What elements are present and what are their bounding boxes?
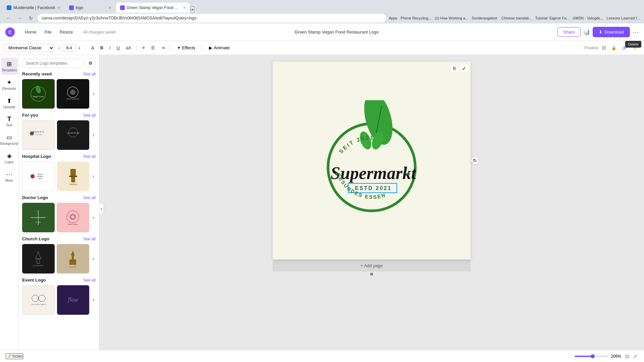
church-logo-see-all[interactable]: See all xyxy=(83,237,96,241)
logo-svg: SEIT 2021 Supermarkt ESTD 2021 xyxy=(311,100,432,221)
template-martin-kranken[interactable]: Martin Kranken- haus xyxy=(22,162,55,191)
new-tab-button[interactable]: + xyxy=(191,6,195,13)
panel-collapse-button[interactable]: ‹ xyxy=(99,203,103,214)
back-button[interactable]: ← xyxy=(4,15,13,21)
list-button[interactable]: ☰ xyxy=(149,44,157,52)
effects-button[interactable]: ✦ Effects xyxy=(174,44,199,52)
add-page-bar[interactable]: + Add page xyxy=(273,259,471,272)
recently-used-header: Recently used See all xyxy=(22,71,96,76)
church-logo-arrow[interactable]: › xyxy=(91,254,96,263)
bookmark-5[interactable]: Tutorial: Eigene Fa... xyxy=(535,16,570,20)
close-tab-1[interactable]: ✕ xyxy=(57,6,60,10)
fullscreen-button[interactable]: ⤢ xyxy=(632,353,639,360)
share-button[interactable]: Share xyxy=(557,27,581,37)
zoom-area: 206% ⊡ ⤢ xyxy=(575,353,639,360)
field-designs-icon: FIELD DESIGNS xyxy=(64,85,81,102)
text-color-button[interactable]: A xyxy=(89,44,96,52)
sidebar-item-text[interactable]: T Text xyxy=(1,113,18,130)
refresh-button[interactable]: ↻ xyxy=(27,15,35,21)
for-you-see-all[interactable]: See all xyxy=(83,113,96,118)
align-left-button[interactable]: ≡ xyxy=(140,44,147,52)
bookmark-4[interactable]: Chinese translati... xyxy=(501,16,532,20)
bookmark-7[interactable]: Lessons Learned f... xyxy=(606,16,640,20)
zoom-bar[interactable] xyxy=(575,356,608,357)
template-allerheiligen[interactable]: ALLERHEILIGEN xyxy=(22,244,55,274)
recently-used-arrow[interactable]: › xyxy=(91,89,96,98)
rotation-handle[interactable]: ↻ xyxy=(471,157,479,164)
font-size-input[interactable] xyxy=(62,44,76,52)
canvas-expand-button[interactable]: ⤢ xyxy=(460,64,468,72)
forward-button[interactable]: → xyxy=(15,15,24,21)
position-align-button[interactable]: ⊡ xyxy=(600,44,608,52)
template-matterke[interactable]: Matterke & Co. — since 1987 — xyxy=(22,120,55,150)
church-logo-title: Church Logo xyxy=(22,236,49,241)
close-tab-3[interactable]: ✕ xyxy=(183,6,186,10)
sidebar-item-elements[interactable]: ✦ Elements xyxy=(1,76,18,93)
template-tuberlin[interactable]: TUBERLIN xyxy=(57,162,89,191)
sidebar-item-templates[interactable]: ⊞ Templates xyxy=(1,58,18,75)
svg-text:Matterke & Co.: Matterke & Co. xyxy=(33,131,45,133)
text-size-button[interactable]: aA xyxy=(124,44,133,52)
zoom-level: 206% xyxy=(611,354,621,359)
template-field-designs[interactable]: FIELD DESIGNS xyxy=(57,79,89,109)
tab-1[interactable]: Musterseite | Facebook ✕ xyxy=(3,3,64,13)
sidebar-item-uploads[interactable]: ⬆ Uploads xyxy=(1,95,18,112)
resize-button[interactable]: Resize xyxy=(56,28,76,36)
template-clementine[interactable]: CLEMENTINE xyxy=(57,120,89,150)
italic-button[interactable]: I xyxy=(107,44,113,52)
notes-button[interactable]: 📝 Notes xyxy=(5,353,23,359)
font-family-select[interactable]: Montserrat Classic xyxy=(4,44,54,52)
zoom-handle[interactable] xyxy=(591,354,595,358)
canvas-area[interactable]: ‹ ⎘ ⤢ xyxy=(99,55,644,362)
bookmark-2[interactable]: (1) How Working a... xyxy=(435,16,468,20)
tab-3[interactable]: Green Stamp Vegan Food Res... ✕ xyxy=(116,3,190,13)
template-vereinte[interactable]: Vereinte Pilger xyxy=(57,244,89,274)
indent-button[interactable]: ⇥ xyxy=(159,44,167,52)
sidebar-item-more[interactable]: ⋯ More xyxy=(1,168,18,185)
close-tab-2[interactable]: ✕ xyxy=(108,6,111,10)
animate-button[interactable]: ▶ Animate xyxy=(206,44,233,52)
doctor-logo-see-all[interactable]: See all xyxy=(83,195,96,200)
file-button[interactable]: File xyxy=(41,28,55,36)
sidebar-item-background[interactable]: ▭ Background xyxy=(1,131,18,148)
hospital-logo-arrow[interactable]: › xyxy=(91,172,96,181)
svg-text:Vereinte Pilger: Vereinte Pilger xyxy=(69,266,77,268)
bookmark-1[interactable]: Phone Recycling... xyxy=(400,16,431,20)
bookmark-6[interactable]: GMSN - Vologds... xyxy=(573,16,603,20)
for-you-arrow[interactable]: › xyxy=(91,131,96,139)
bookmark-apps[interactable]: Apps xyxy=(389,16,397,20)
lock-button[interactable]: 🔒 xyxy=(609,44,619,52)
search-input[interactable] xyxy=(22,59,84,68)
bold-button[interactable]: B xyxy=(98,44,105,52)
recently-used-see-all[interactable]: See all xyxy=(83,72,96,76)
tab-2[interactable]: logo ✕ xyxy=(65,3,115,13)
hospital-logo-title: Hospital Logo xyxy=(22,154,51,159)
template-vegan-logo[interactable]: Vegan Food xyxy=(22,79,55,109)
template-dr-med[interactable]: Dr. Med. xyxy=(22,203,55,232)
canvas-copy-button[interactable]: ⎘ xyxy=(451,64,458,72)
doctor-logo-header: Doctor Logo See all xyxy=(22,195,96,200)
doctor-logo-arrow[interactable]: › xyxy=(91,213,96,222)
bookmark-3[interactable]: Sonderangebot: xyxy=(472,16,498,20)
font-size-decrease[interactable]: − xyxy=(56,45,62,51)
fit-view-button[interactable]: ⊡ xyxy=(624,353,631,360)
download-button[interactable]: ⬇ Download xyxy=(593,27,630,37)
sidebar-item-logos[interactable]: ◈ Logos xyxy=(1,149,18,167)
template-adama[interactable]: Adama Frauen xyxy=(57,203,89,232)
nav-bar: ← → ↻ canva.com/design/DAEyzi y3z3s/hnwT… xyxy=(0,13,644,23)
font-size-increase[interactable]: + xyxy=(76,45,82,51)
filter-button[interactable]: ⚙ xyxy=(86,58,96,68)
canva-logo[interactable]: C xyxy=(5,27,15,37)
home-button[interactable]: Home xyxy=(21,28,40,36)
event-logo-see-all[interactable]: See all xyxy=(83,278,96,283)
address-bar[interactable]: canva.com/design/DAEyzi y3z3s/hnwTOBrJBV… xyxy=(38,14,386,22)
analytics-icon[interactable]: 📊 xyxy=(583,29,590,35)
underline-button[interactable]: U xyxy=(115,44,122,52)
event-logo-arrow[interactable]: › xyxy=(91,296,96,304)
template-perfect-match[interactable]: THE PERFECT MATCH xyxy=(22,285,55,315)
template-flow[interactable]: flow xyxy=(57,285,89,315)
more-options-button[interactable]: ⋯ xyxy=(633,28,639,36)
canvas[interactable]: ⎘ ⤢ xyxy=(273,62,471,259)
hospital-logo-see-all[interactable]: See all xyxy=(83,154,96,159)
svg-rect-19 xyxy=(69,176,77,177)
